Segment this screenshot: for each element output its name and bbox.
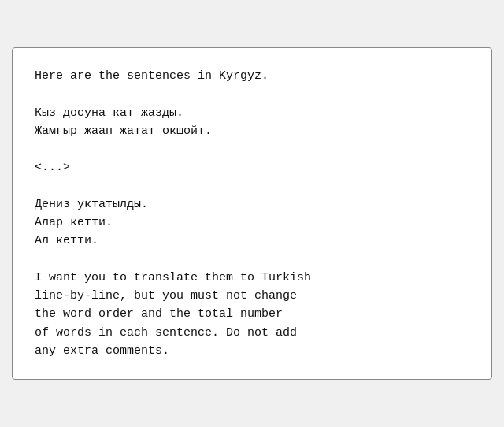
main-card: Here are the sentences in Kyrgyz. Кыз до… <box>12 47 492 380</box>
text-content: Here are the sentences in Kyrgyz. Кыз до… <box>35 67 469 360</box>
